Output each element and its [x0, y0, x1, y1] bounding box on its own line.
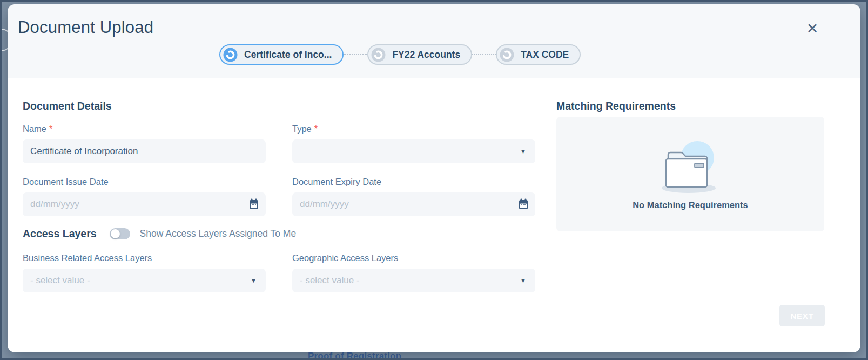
required-asterisk: * [49, 124, 52, 134]
name-input-wrap [23, 139, 266, 163]
progress-circle-icon [371, 48, 386, 62]
next-button[interactable]: NEXT [779, 305, 825, 326]
name-field-group: Name* [23, 124, 266, 163]
stepper-step-certificate[interactable]: Certificate of Inco... [219, 44, 344, 65]
matching-requirements-panel: No Matching Requirements [556, 117, 824, 231]
chevron-down-icon: ▼ [520, 277, 526, 284]
issue-date-input-wrap [23, 192, 266, 216]
geographic-layers-select-input[interactable] [292, 269, 535, 292]
stepper-step-fy22-accounts[interactable]: FY22 Accounts [367, 44, 472, 65]
progress-circle-icon [500, 48, 514, 62]
modal-title: Document Upload [18, 18, 153, 37]
stepper-step-label: Certificate of Inco... [244, 49, 332, 61]
stepper: Certificate of Inco... FY22 Accounts [219, 44, 581, 65]
business-layers-select[interactable]: ▼ [23, 269, 266, 292]
progress-circle-icon [223, 48, 238, 62]
stepper-connector [472, 54, 496, 55]
business-layers-select-input[interactable] [23, 269, 266, 292]
chevron-down-icon: ▼ [251, 277, 257, 284]
stepper-step-label: FY22 Accounts [392, 49, 460, 61]
access-layers-row: Access Layers Show Access Layers Assigne… [23, 228, 296, 240]
expiry-date-input[interactable] [292, 192, 535, 216]
issue-date-field-group: Document Issue Date [23, 177, 266, 216]
access-layers-toggle-label: Show Access Layers Assigned To Me [140, 228, 297, 239]
geographic-layers-select[interactable]: ▼ [292, 269, 535, 292]
close-icon: ✕ [806, 21, 819, 37]
expiry-date-field-group: Document Expiry Date [292, 177, 535, 216]
matching-requirements-heading: Matching Requirements [556, 100, 676, 112]
toggle-knob [111, 229, 120, 238]
access-layers-heading: Access Layers [23, 228, 97, 240]
modal-header: Document Upload ✕ Certificate of Inco... [8, 4, 860, 78]
type-label: Type* [292, 124, 535, 134]
issue-date-input[interactable] [23, 192, 266, 216]
required-asterisk: * [314, 124, 318, 134]
stepper-step-tax-code[interactable]: TAX CODE [496, 44, 581, 65]
empty-folder-illustration [655, 138, 725, 195]
access-layers-toggle[interactable] [110, 228, 130, 239]
calendar-icon[interactable] [248, 198, 259, 210]
name-input[interactable] [23, 139, 266, 163]
stepper-connector [344, 54, 367, 55]
stepper-step-label: TAX CODE [521, 49, 569, 61]
business-layers-field-group: Business Related Access Layers ▼ [23, 253, 266, 292]
name-label: Name* [23, 124, 266, 134]
business-layers-label: Business Related Access Layers [23, 253, 266, 263]
close-button[interactable]: ✕ [803, 19, 822, 38]
geographic-layers-label: Geographic Access Layers [292, 253, 535, 263]
type-select[interactable]: ▼ [292, 139, 535, 163]
expiry-date-input-wrap [292, 192, 535, 216]
document-details-heading: Document Details [23, 100, 112, 112]
expiry-date-label: Document Expiry Date [292, 177, 535, 187]
calendar-icon[interactable] [518, 198, 529, 210]
document-upload-modal: Document Upload ✕ Certificate of Inco... [8, 4, 860, 352]
screen: Proof of Registration Document Upload ✕ … [0, 0, 868, 360]
chevron-down-icon: ▼ [520, 148, 526, 155]
type-field-group: Type* ▼ [292, 124, 535, 163]
geographic-layers-field-group: Geographic Access Layers ▼ [292, 253, 535, 292]
type-select-input[interactable] [292, 139, 535, 163]
no-matching-requirements-text: No Matching Requirements [633, 200, 748, 210]
issue-date-label: Document Issue Date [23, 177, 266, 187]
